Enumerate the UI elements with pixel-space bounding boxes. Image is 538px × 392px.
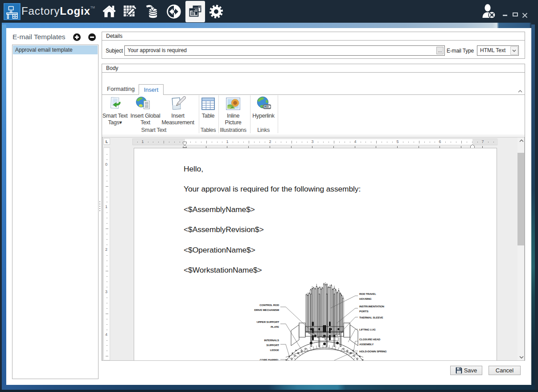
svg-text:INTERNALS: INTERNALS: [264, 339, 279, 342]
svg-text:PORTS: PORTS: [359, 310, 368, 313]
svg-text:THERMAL SLEEVE: THERMAL SLEEVE: [359, 316, 383, 319]
svg-text:LIFTING LUG: LIFTING LUG: [359, 328, 376, 331]
svg-text:PLATE: PLATE: [271, 325, 279, 328]
svg-text:CLOSURE HEAD: CLOSURE HEAD: [359, 338, 381, 341]
svg-text:LEDGE: LEDGE: [270, 348, 279, 351]
svg-text:ASSEMBLY: ASSEMBLY: [359, 343, 374, 346]
svg-text:SUPPORT: SUPPORT: [266, 343, 279, 347]
svg-text:CONTROL ROD: CONTROL ROD: [259, 303, 279, 306]
svg-text:HOUSING: HOUSING: [359, 297, 372, 300]
svg-text:HOLD-DOWN SPRING: HOLD-DOWN SPRING: [359, 350, 387, 353]
svg-text:UPPER SUPPORT: UPPER SUPPORT: [257, 320, 279, 323]
svg-text:CORE BARREL: CORE BARREL: [260, 358, 279, 361]
svg-text:ROD TRAVEL: ROD TRAVEL: [359, 292, 376, 295]
svg-text:DRIVE MECHANISM: DRIVE MECHANISM: [254, 308, 279, 311]
svg-text:INSTRUMENTATION: INSTRUMENTATION: [359, 305, 385, 308]
